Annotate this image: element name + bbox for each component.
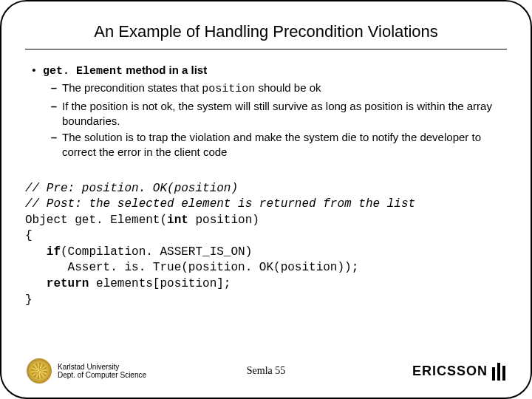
university-block: Karlstad University Dept. of Computer Sc… — [27, 358, 222, 383]
code-l3c: position) — [188, 214, 259, 227]
footer: Karlstad University Dept. of Computer Sc… — [1, 355, 531, 387]
code-l6: Assert. is. True(position. OK(position))… — [25, 261, 358, 274]
slide-content: • get. Element method in a list – The pr… — [25, 63, 507, 308]
dash-mark: – — [46, 81, 62, 97]
slide-frame: An Example of Handling Precondition Viol… — [0, 0, 532, 399]
dash-mark: – — [46, 99, 62, 129]
code-l3a: Object get. Element( — [25, 214, 167, 227]
sub-1c: should be ok — [255, 81, 321, 94]
university-line-1: Karlstad University — [58, 363, 146, 372]
code-l5c: (Compilation. ASSERT_IS_ON) — [61, 245, 252, 259]
code-l7b: return — [47, 277, 89, 290]
bullet-1: • get. Element method in a list — [25, 63, 507, 79]
code-comment-1: // Pre: position. OK(position) — [25, 182, 238, 195]
code-l7c: elements[position]; — [89, 277, 231, 290]
code-l7a — [25, 277, 47, 290]
sub-bullet-2: – If the position is not ok, the system … — [46, 99, 507, 129]
sub-bullet-3: – The solution is to trap the violation … — [46, 130, 507, 160]
ericsson-block: ERICSSON — [310, 361, 505, 381]
page-number: Semla 55 — [222, 365, 310, 377]
bullet-dot: • — [25, 63, 43, 79]
code-block: // Pre: position. OK(position) // Post: … — [25, 181, 507, 309]
sub-3-text: The solution is to trap the violation an… — [62, 130, 507, 160]
code-l5b: if — [47, 245, 61, 259]
code-l4: { — [25, 229, 33, 242]
university-text: Karlstad University Dept. of Computer Sc… — [58, 363, 146, 380]
sub-2-text: If the position is not ok, the system wi… — [62, 99, 507, 129]
sub-bullet-1: – The precondition states that position … — [46, 81, 507, 97]
university-line-2: Dept. of Computer Science — [58, 371, 146, 380]
code-l8: } — [25, 293, 33, 307]
sub-1b: position — [202, 83, 255, 95]
dash-mark: – — [46, 130, 62, 160]
bullet-1-rest: method in a list — [123, 64, 207, 76]
bullet-1-text: get. Element method in a list — [43, 63, 507, 79]
ericsson-wordmark: ERICSSON — [412, 364, 488, 379]
sub-1a: The precondition states that — [62, 81, 202, 94]
slide-title: An Example of Handling Precondition Viol… — [25, 22, 507, 50]
university-logo-icon — [27, 358, 52, 383]
code-comment-2: // Post: the selected element is returne… — [25, 197, 415, 211]
bullet-1-code: get. Element — [43, 65, 123, 78]
code-l5a — [25, 245, 47, 259]
ericsson-bars-icon — [492, 361, 505, 381]
sub-1-text: The precondition states that position sh… — [62, 81, 507, 97]
code-l3b: int — [167, 214, 188, 227]
